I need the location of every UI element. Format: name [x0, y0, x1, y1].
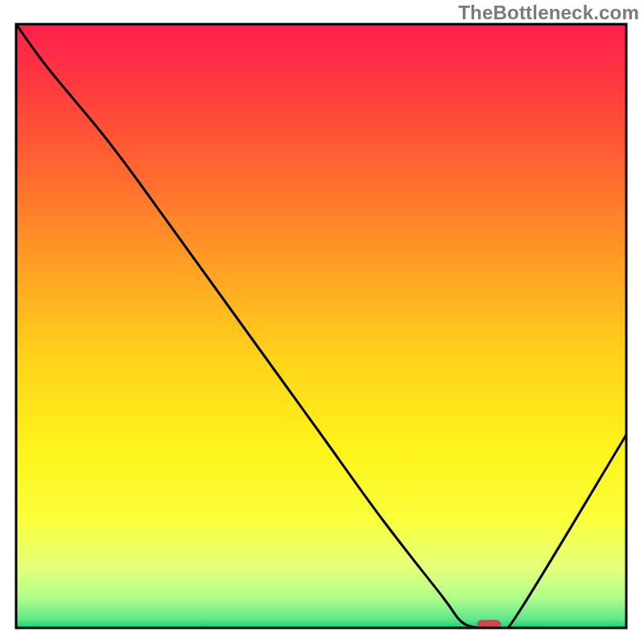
watermark-text: TheBottleneck.com [458, 2, 639, 24]
chart-svg [0, 0, 644, 644]
gradient-background [16, 24, 626, 628]
chart-area [0, 0, 644, 644]
